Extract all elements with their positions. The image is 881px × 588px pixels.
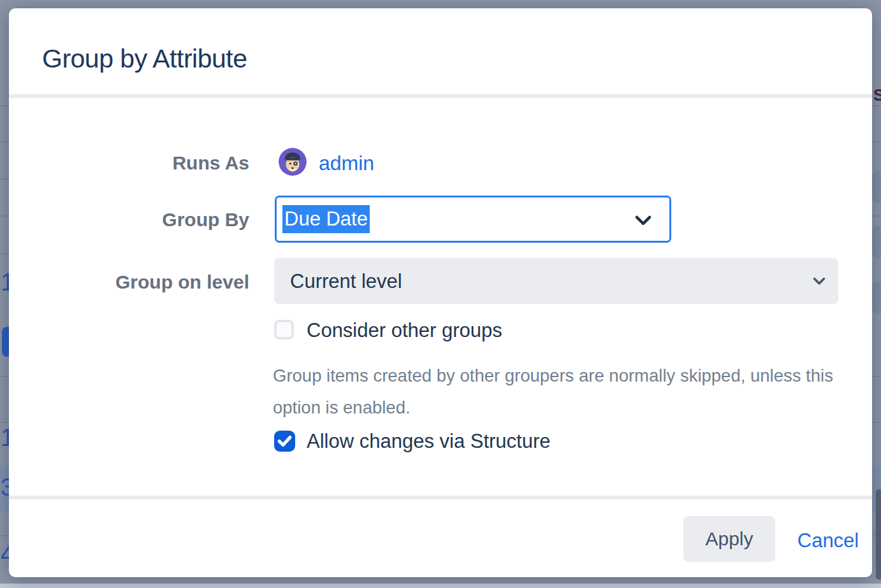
group-on-level-selected-value: Current level xyxy=(290,271,402,291)
consider-help-text: Group items created by other groupers ar… xyxy=(273,360,859,424)
chevron-down-icon xyxy=(635,215,652,226)
footer-divider xyxy=(9,496,872,499)
header-divider xyxy=(9,94,872,98)
apply-button-label: Apply xyxy=(705,528,753,550)
dialog-title: Group by Attribute xyxy=(42,44,247,74)
group-by-label: Group By xyxy=(9,210,249,229)
consider-other-groups-label[interactable]: Consider other groups xyxy=(307,320,502,340)
apply-button[interactable]: Apply xyxy=(683,516,775,562)
bg-right-panel-chip xyxy=(872,282,881,313)
group-on-level-label: Group on level xyxy=(9,273,249,292)
cancel-link[interactable]: Cancel xyxy=(790,531,866,550)
bg-bottom-strip xyxy=(0,584,881,588)
group-by-select[interactable]: Due Date xyxy=(275,196,671,243)
consider-other-groups-checkbox[interactable] xyxy=(274,320,294,340)
bg-right-panel-chip xyxy=(872,226,881,258)
group-by-attribute-dialog: Group by Attribute Runs As admin Group B… xyxy=(9,8,872,577)
group-by-selected-value: Due Date xyxy=(282,205,370,233)
help-line-1: Group items created by other groupers ar… xyxy=(273,360,859,392)
chevron-down-icon xyxy=(813,277,826,285)
allow-changes-label[interactable]: Allow changes via Structure xyxy=(307,431,551,451)
allow-changes-checkbox[interactable] xyxy=(274,431,295,452)
bg-right-panel-chip xyxy=(872,171,881,203)
runs-as-label: Runs As xyxy=(9,154,249,173)
avatar-graphic xyxy=(279,148,307,176)
help-line-2: option is enabled. xyxy=(273,392,859,424)
bg-scrollbar[interactable] xyxy=(876,489,881,580)
bg-partial-text: S xyxy=(873,87,881,103)
user-avatar-icon[interactable] xyxy=(279,148,307,176)
checkmark-icon xyxy=(277,435,292,447)
screen: 1 1 3 4 S Group by Attribute Runs As xyxy=(0,0,881,588)
group-on-level-select[interactable]: Current level xyxy=(274,258,838,304)
runs-as-user-link[interactable]: admin xyxy=(319,153,374,173)
